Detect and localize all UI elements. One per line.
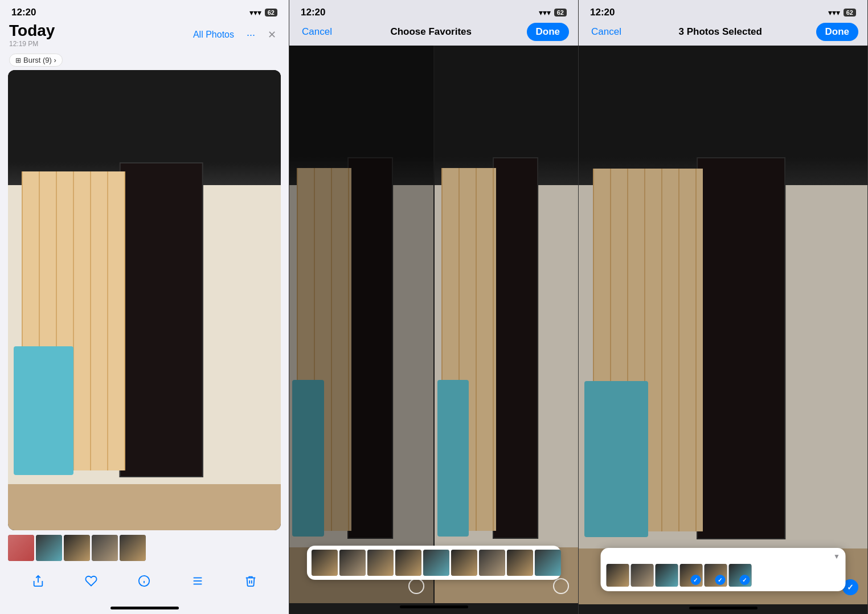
more-button[interactable]: ··· bbox=[243, 27, 259, 43]
status-time-1: 12:20 bbox=[11, 7, 36, 18]
fs3-thumb-2[interactable] bbox=[630, 564, 653, 587]
panel1-nav: Today 12:19 PM All Photos ··· ✕ bbox=[0, 21, 289, 52]
dim-main-3 bbox=[579, 46, 867, 604]
wifi-icon-1: ▾▾▾ bbox=[249, 8, 261, 17]
info-button[interactable] bbox=[134, 571, 154, 594]
fs-thumb-3[interactable] bbox=[367, 550, 393, 576]
home-indicator-3 bbox=[689, 607, 758, 609]
film-thumb-1[interactable] bbox=[8, 535, 34, 561]
fs3-thumb-5[interactable]: ✓ bbox=[704, 564, 727, 587]
today-date: 12:19 PM bbox=[9, 40, 190, 48]
filmstrip-bar-2 bbox=[306, 546, 560, 580]
nav-bar-3: Cancel 3 Photos Selected Done bbox=[579, 21, 867, 46]
fs3-thumb-1[interactable] bbox=[606, 564, 629, 587]
status-bar-1: 12:20 ▾▾▾ 62 bbox=[0, 0, 289, 21]
panel-1: 12:20 ▾▾▾ 62 Today 12:19 PM All Photos ·… bbox=[0, 0, 289, 614]
home-indicator-1 bbox=[110, 607, 179, 609]
film-row-3: ✓ ✓ ✓ bbox=[606, 564, 840, 587]
status-bar-3: 12:20 ▾▾▾ 62 bbox=[579, 0, 867, 21]
wifi-icon-3: ▾▾▾ bbox=[828, 8, 840, 17]
done-button-2[interactable]: Done bbox=[527, 23, 570, 41]
fs-thumb-7[interactable] bbox=[478, 550, 505, 576]
filmstrip-bar-3: ▼ ✓ ✓ ✓ bbox=[600, 548, 846, 591]
right-photo-2 bbox=[435, 46, 579, 603]
status-time-2: 12:20 bbox=[301, 7, 325, 18]
all-photos-button[interactable]: All Photos bbox=[190, 27, 238, 42]
main-photo-1 bbox=[8, 70, 281, 530]
expand-arrow: ▼ bbox=[606, 552, 840, 560]
delete-button[interactable] bbox=[241, 571, 260, 594]
fs-thumb-9[interactable] bbox=[534, 550, 560, 576]
nav-right-1: All Photos ··· ✕ bbox=[190, 26, 280, 43]
fs-thumb-1[interactable] bbox=[311, 550, 337, 576]
dim-left-2 bbox=[289, 46, 433, 603]
fs-thumb-5[interactable] bbox=[423, 550, 449, 576]
panel-2: 12:20 ▾▾▾ 62 Cancel Choose Favorites Don… bbox=[289, 0, 579, 614]
status-icons-2: ▾▾▾ 62 bbox=[539, 8, 567, 17]
check-3: ✓ bbox=[739, 575, 750, 585]
share-button[interactable] bbox=[28, 571, 48, 594]
favorite-button[interactable] bbox=[81, 571, 101, 594]
fs3-thumb-4[interactable]: ✓ bbox=[679, 564, 702, 587]
done-button-3[interactable]: Done bbox=[816, 23, 859, 41]
teal-desk-1 bbox=[14, 346, 73, 475]
fs-thumb-8[interactable] bbox=[506, 550, 533, 576]
close-button[interactable]: ✕ bbox=[264, 26, 280, 43]
today-title: Today bbox=[9, 22, 190, 40]
panel-3: 12:20 ▾▾▾ 62 Cancel 3 Photos Selected Do… bbox=[579, 0, 868, 614]
battery-2: 62 bbox=[554, 9, 567, 17]
burst-badge[interactable]: ⊞ Burst (9) › bbox=[9, 54, 63, 67]
fs-thumb-4[interactable] bbox=[395, 550, 421, 576]
status-bar-2: 12:20 ▾▾▾ 62 bbox=[289, 0, 578, 21]
edit-button[interactable] bbox=[188, 571, 207, 594]
home-indicator-2 bbox=[400, 605, 468, 608]
selection-circle-right-2[interactable] bbox=[553, 578, 569, 594]
fs3-thumb-3[interactable] bbox=[655, 564, 678, 587]
cancel-button-2[interactable]: Cancel bbox=[298, 24, 335, 40]
two-col-area bbox=[289, 46, 578, 603]
wifi-icon-2: ▾▾▾ bbox=[539, 8, 551, 17]
room-image-1 bbox=[8, 70, 281, 530]
left-photo-2 bbox=[289, 46, 433, 603]
fs3-thumb-6[interactable]: ✓ bbox=[728, 564, 751, 587]
check-2: ✓ bbox=[715, 575, 725, 585]
filmstrip-1 bbox=[0, 530, 289, 566]
battery-3: 62 bbox=[844, 9, 856, 17]
nav-bar-2: Cancel Choose Favorites Done bbox=[289, 21, 578, 46]
status-icons-3: ▾▾▾ 62 bbox=[828, 8, 856, 17]
film-thumb-5[interactable] bbox=[120, 535, 146, 561]
fs-thumb-2[interactable] bbox=[339, 550, 365, 576]
title-area-1: Today 12:19 PM bbox=[9, 22, 190, 48]
selection-circle-left-2[interactable] bbox=[408, 578, 424, 594]
main-photo-3: ✓ bbox=[579, 46, 867, 604]
toolbar-1 bbox=[0, 566, 289, 604]
cancel-button-3[interactable]: Cancel bbox=[588, 24, 625, 40]
status-icons-1: ▾▾▾ 62 bbox=[249, 8, 277, 17]
burst-label: Burst (9) › bbox=[23, 56, 56, 64]
status-time-3: 12:20 bbox=[590, 7, 615, 18]
fs-thumb-6[interactable] bbox=[451, 550, 477, 576]
battery-1: 62 bbox=[265, 9, 277, 17]
film-thumb-2[interactable] bbox=[36, 535, 62, 561]
film-thumb-3[interactable] bbox=[64, 535, 90, 561]
choose-favorites-title: Choose Favorites bbox=[335, 26, 527, 38]
check-1: ✓ bbox=[690, 575, 701, 585]
dim-right-2 bbox=[435, 46, 579, 603]
burst-icon: ⊞ bbox=[15, 56, 21, 64]
photos-selected-title: 3 Photos Selected bbox=[625, 26, 816, 38]
film-thumb-4[interactable] bbox=[92, 535, 118, 561]
